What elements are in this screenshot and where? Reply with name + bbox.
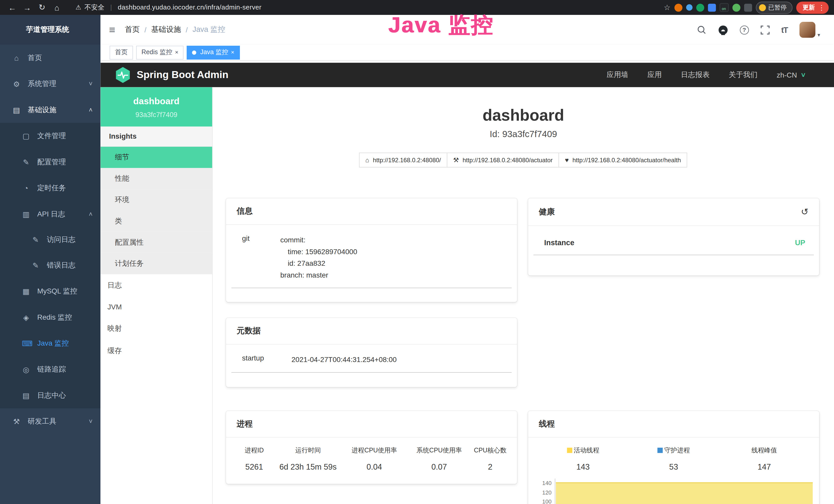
- sba-logo-icon: [115, 67, 130, 83]
- user-avatar[interactable]: ▾: [799, 22, 820, 38]
- link-actuator-url[interactable]: ⚒ http://192.168.0.2:48080/actuator: [447, 152, 559, 167]
- help-icon[interactable]: ?: [740, 25, 749, 34]
- health-instance-row[interactable]: Instance UP: [533, 230, 814, 255]
- forward-icon[interactable]: →: [20, 3, 34, 12]
- font-size-icon[interactable]: tT: [781, 25, 788, 34]
- extension-icon-puzzle[interactable]: [744, 3, 752, 11]
- eye-icon: ◎: [22, 365, 30, 373]
- status-badge: UP: [795, 238, 809, 247]
- menu-item-details[interactable]: 细节: [101, 147, 212, 168]
- extension-icon-blue-drop[interactable]: [686, 4, 692, 11]
- search-icon[interactable]: [697, 25, 706, 35]
- instance-header[interactable]: dashboard 93a3fc7f7409: [101, 87, 212, 127]
- col-value: 6d 23h 15m 59s: [275, 462, 341, 471]
- chevron-down-icon: ˅: [801, 71, 805, 79]
- profile-paused-badge[interactable]: 已暂停: [756, 1, 793, 14]
- sidebar-item-api-logs[interactable]: ▥ API 日志 ˄: [0, 201, 101, 227]
- back-icon[interactable]: ←: [5, 3, 19, 12]
- browser-home-icon[interactable]: ⌂: [50, 3, 64, 12]
- sidebar-item-error-logs[interactable]: ✎ 错误日志: [0, 253, 101, 278]
- sidebar-item-java-monitor[interactable]: ⌨ Java 监控: [0, 330, 101, 356]
- menu-item-caches[interactable]: 缓存: [101, 340, 212, 362]
- link-service-url[interactable]: ⌂ http://192.168.0.2:48080/: [359, 152, 447, 167]
- nav-applications[interactable]: 应用: [647, 70, 662, 79]
- history-icon[interactable]: ↺: [801, 206, 809, 217]
- nav-about[interactable]: 关于我们: [729, 70, 758, 79]
- sidebar-item-file-management[interactable]: ▢ 文件管理: [0, 123, 101, 148]
- menu-item-loggers[interactable]: 日志: [101, 274, 212, 297]
- legend-daemon-threads: 守护进程 53: [628, 446, 719, 471]
- sba-nav-items: 应用墙 应用 日志报表 关于我们 zh-CN ˅: [607, 70, 805, 79]
- menu-dots-icon[interactable]: ⋮: [818, 3, 825, 11]
- link-health-url[interactable]: ♥ http://192.168.0.2:48080/actuator/heal…: [559, 152, 687, 167]
- menu-item-config-properties[interactable]: 配置属性: [101, 232, 212, 253]
- extension-icon-leaf[interactable]: [732, 3, 740, 11]
- sidebar-item-label: 基础设施: [28, 105, 57, 115]
- close-icon[interactable]: ×: [231, 49, 234, 55]
- tab-label: Redis 监控: [141, 48, 172, 57]
- sidebar-item-infrastructure[interactable]: ▤ 基础设施 ˄: [0, 97, 101, 123]
- locale-selector[interactable]: zh-CN ˅: [777, 71, 806, 79]
- fullscreen-icon[interactable]: [761, 25, 770, 34]
- nav-journal[interactable]: 日志报表: [681, 70, 710, 79]
- health-card-title: 健康: [539, 207, 555, 217]
- sidebar-item-mysql-monitor[interactable]: ▦ MySQL 监控: [0, 278, 101, 304]
- sidebar-item-log-center[interactable]: ▤ 日志中心: [0, 382, 101, 408]
- process-card-title: 进程: [226, 411, 517, 437]
- breadcrumb-infrastructure[interactable]: 基础设施: [151, 25, 181, 35]
- annotation-java-monitor: Java 监控: [388, 15, 494, 36]
- sidebar-fold-icon[interactable]: ≡: [109, 24, 115, 36]
- home-icon: ⌂: [365, 156, 369, 164]
- extension-icon-orange[interactable]: [674, 3, 682, 11]
- github-icon[interactable]: [718, 25, 728, 35]
- tab-redis-monitor[interactable]: Redis 监控 ×: [136, 45, 184, 59]
- instance-links: ⌂ http://192.168.0.2:48080/ ⚒ http://192…: [213, 152, 834, 167]
- security-indicator[interactable]: ⚠ 不安全: [75, 3, 104, 12]
- sidebar-item-redis-monitor[interactable]: ◈ Redis 监控: [0, 304, 101, 330]
- info-card-title: 信息: [226, 198, 517, 225]
- info-git-row: git commit: time: 1596289704000 id: 27aa…: [232, 228, 512, 288]
- metadata-key: startup: [232, 354, 291, 366]
- bookmark-star-icon[interactable]: ☆: [664, 3, 671, 12]
- chrome-update-button[interactable]: 更新 ⋮: [796, 1, 829, 14]
- sidebar-item-home[interactable]: ⌂ 首页: [0, 45, 101, 71]
- menu-item-environment[interactable]: 环境: [101, 189, 212, 210]
- process-card: 进程 进程ID 5261 运行时间 6d 23h 15m 5: [226, 411, 517, 484]
- extension-icon-green-circle[interactable]: [696, 3, 704, 11]
- home-icon: ⌂: [12, 53, 21, 62]
- left-column: 信息 git commit: time: 1596289704000 id: 2…: [226, 198, 517, 504]
- sidebar-item-label: 日志中心: [37, 391, 66, 400]
- viewport: ← → ↻ ⌂ ⚠ 不安全 | dashboard.yudao.iocoder.…: [0, 0, 834, 504]
- y-tick: 120: [542, 487, 551, 497]
- tab-java-monitor[interactable]: Java 监控 ×: [187, 45, 240, 59]
- monitor-icon: ▤: [12, 106, 21, 114]
- sidebar-item-label: 定时任务: [37, 183, 66, 192]
- metadata-card: 元数据 startup 2021-04-27T00:44:31.254+08:0…: [226, 318, 517, 387]
- sidebar-item-system-management[interactable]: ⚙ 系统管理 ˅: [0, 71, 101, 96]
- reload-icon[interactable]: ↻: [35, 3, 49, 12]
- url-text[interactable]: dashboard.yudao.iocoder.cn/infra/admin-s…: [118, 4, 262, 11]
- app-logo[interactable]: 芋道管理系统: [0, 15, 101, 45]
- link-label: http://192.168.0.2:48080/actuator/health: [572, 157, 681, 163]
- nav-wallboard[interactable]: 应用墙: [607, 70, 628, 79]
- sidebar-item-label: 访问日志: [47, 235, 75, 245]
- menu-item-beans[interactable]: 类: [101, 210, 212, 232]
- sidebar-item-config-management[interactable]: ✎ 配置管理: [0, 149, 101, 175]
- sidebar-item-dev-tools[interactable]: ⚒ 研发工具 ˅: [0, 408, 101, 434]
- sidebar-item-scheduled-jobs[interactable]: ◔ 定时任务: [0, 175, 101, 201]
- sba-brand[interactable]: Spring Boot Admin: [115, 67, 228, 83]
- menu-item-mappings[interactable]: 映射: [101, 317, 212, 340]
- extension-icon-blue-grid[interactable]: [708, 3, 716, 11]
- paused-label: 已暂停: [768, 3, 787, 11]
- tab-home[interactable]: 首页: [110, 45, 133, 59]
- menu-item-scheduled-tasks[interactable]: 计划任务: [101, 253, 212, 274]
- breadcrumb-home[interactable]: 首页: [125, 25, 140, 35]
- extension-icon-on-badge[interactable]: on: [720, 3, 728, 12]
- menu-item-metrics[interactable]: 性能: [101, 168, 212, 189]
- close-icon[interactable]: ×: [175, 49, 178, 55]
- menu-item-jvm[interactable]: JVM: [101, 297, 212, 318]
- sidebar-item-access-logs[interactable]: ✎ 访问日志: [0, 227, 101, 252]
- breadcrumb: 首页 / 基础设施 / Java 监控: [125, 25, 225, 35]
- edit-icon: ✎: [22, 158, 30, 166]
- sidebar-item-trace[interactable]: ◎ 链路追踪: [0, 356, 101, 382]
